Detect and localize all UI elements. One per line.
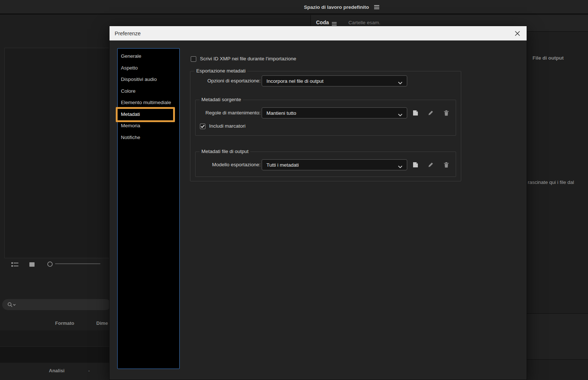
sidebar-item-aspetto[interactable]: Aspetto [118,62,179,74]
sidebar-item-colore[interactable]: Colore [118,85,179,97]
trash-icon [444,162,449,168]
list-view-button[interactable] [11,261,19,268]
search-input[interactable] [2,299,111,310]
analysis-value: - [88,368,90,373]
zoom-button[interactable] [46,261,54,267]
retention-rules-value: Mantieni tutto [266,110,296,116]
retention-rules-label: Regole di mantenimento: [194,110,261,116]
new-preset-icon [412,110,419,116]
chevron-down-icon [398,112,402,117]
format-column-header: Formato [55,320,74,326]
zoom-slider[interactable] [55,263,100,264]
chevron-down-icon [398,164,402,169]
preferences-dialog: Preferenze Generale Aspetto Dispositivi … [109,26,527,380]
top-bar: Spazio di lavoro predefinito [0,0,588,14]
close-button[interactable] [513,29,522,38]
new-template-button[interactable] [412,161,419,168]
xmp-id-checkbox-label: Scrivi ID XMP nei file durante l'importa… [200,56,296,62]
close-icon [515,31,520,36]
include-markers-checkbox[interactable] [200,124,205,129]
sidebar-item-memoria[interactable]: Memoria [118,120,179,132]
pencil-icon [428,110,434,116]
sidebar-item-elemento-multimediale[interactable]: Elemento multimediale [118,97,179,109]
dimensions-column-header: Dime [96,320,108,326]
table-row [0,330,114,346]
thumbnail-view-icon [29,262,35,267]
retention-rules-select[interactable]: Mantieni tutto [262,107,407,118]
chevron-down-icon [398,80,402,85]
check-icon [201,125,205,128]
hamburger-menu-icon[interactable] [374,4,379,11]
workspace-switcher[interactable]: Spazio di lavoro predefinito [304,0,379,14]
output-metadata-group-title: Metadati file di output [200,149,250,154]
source-metadata-group-title: Metadati sorgente [200,97,243,102]
edit-template-button[interactable] [427,161,434,168]
output-file-column-header: File di output [533,55,564,61]
new-preset-icon [412,162,419,168]
trash-icon [444,110,449,116]
analysis-label: Analisi [49,368,65,373]
export-options-label: Opzioni di esportazione: [194,78,261,84]
export-template-select[interactable]: Tutti i metadati [262,159,407,170]
workspace-label[interactable]: Spazio di lavoro predefinito [304,4,369,10]
new-preset-button[interactable] [412,109,419,117]
app-window: Spazio di lavoro predefinito Formato Dim… [0,0,588,380]
sidebar-item-generale[interactable]: Generale [118,50,179,62]
pencil-icon [428,162,434,168]
list-view-icon [11,262,19,267]
export-options-select[interactable]: Incorpora nel file di output [262,75,407,86]
edit-preset-button[interactable] [427,109,434,117]
delete-template-button[interactable] [442,161,450,168]
xmp-id-checkbox[interactable] [191,56,196,62]
dialog-titlebar: Preferenze [110,26,527,40]
search-icon [7,302,16,308]
sidebar-item-notifiche[interactable]: Notifiche [118,132,179,143]
export-template-value: Tutti i metadati [266,162,299,168]
tab-watch-folders[interactable]: Cartelle esam. [348,20,380,25]
include-markers-label: Includi marcatori [209,123,245,129]
dialog-title: Preferenze [115,31,141,36]
export-metadata-group-title: Esportazione metadati [194,68,247,74]
zoom-circle-icon [47,261,53,267]
thumbnail-view-button[interactable] [28,261,36,268]
tab-queue[interactable]: Coda [316,19,329,25]
sidebar-item-dispositivi-audio[interactable]: Dispositivi audio [118,74,179,85]
delete-preset-button[interactable] [442,109,450,117]
drop-files-hint: rascinate qui i file dal [528,180,574,185]
table-row [0,347,114,363]
preferences-sidebar: Generale Aspetto Dispositivi audio Color… [117,48,180,369]
sidebar-item-metadati[interactable]: Metadati [118,109,179,120]
export-options-value: Incorpora nel file di output [266,78,323,84]
export-template-label: Modello esportazione: [194,162,261,168]
